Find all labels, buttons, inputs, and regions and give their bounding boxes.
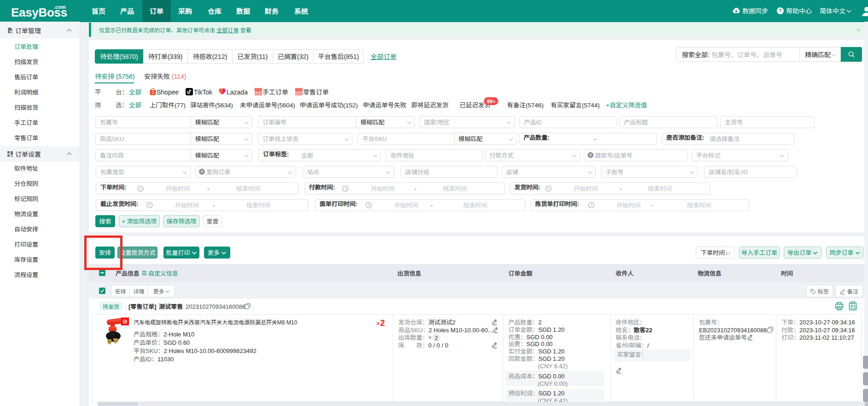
svg-text:?: ? xyxy=(589,153,592,158)
svg-text:?: ? xyxy=(779,8,781,13)
svg-text:?: ? xyxy=(201,170,204,174)
